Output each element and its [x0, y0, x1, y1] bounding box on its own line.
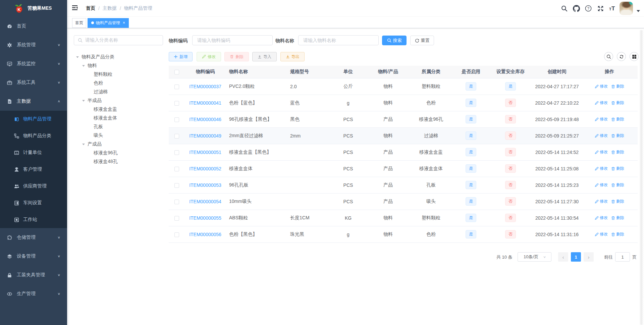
svg-text:K: K	[17, 7, 21, 12]
svg-text:T: T	[609, 7, 611, 11]
svg-text:T: T	[611, 5, 615, 12]
svg-text:?: ?	[587, 6, 589, 10]
